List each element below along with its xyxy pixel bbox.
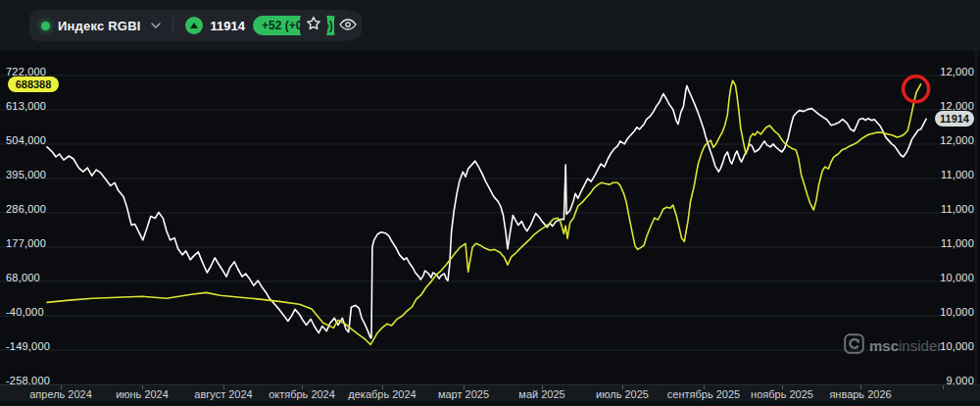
time-axis-label: март 2025 [438,388,489,400]
white-series-value-badge: 11914 [935,111,974,127]
watch-button[interactable] [334,12,362,39]
time-axis-label: октябрь 2024 [269,388,335,400]
bottom-strip [0,401,980,406]
up-triangle-icon [185,17,203,34]
left-axis-tick-label: -40,000 [6,306,44,318]
time-axis-label: август 2024 [194,388,252,400]
eye-icon [339,17,357,34]
time-axis-label: январь 2026 [829,388,891,400]
time-axis-label: сентябрь 2025 [667,388,740,400]
right-axis-tick-label: 10,000 [940,306,974,318]
chart-plot-area[interactable] [0,51,980,384]
left-axis-tick-label: 613,000 [6,100,46,112]
right-axis-tick-label: 12,000 [940,66,974,77]
mscinsider-logo-icon [844,333,864,358]
right-axis-tick-label: 11,000 [941,169,974,180]
time-axis-label: апрель 2024 [29,388,92,400]
divider [172,18,173,33]
yellow-series-value-badge: 688388 [8,76,59,92]
right-axis-tick-label: 10,000 [940,272,974,283]
watermark: mscinsider [844,333,942,358]
left-axis-tick-label: 286,000 [6,203,46,215]
time-axis-label: июнь 2024 [116,388,169,400]
chevron-down-icon [151,23,161,28]
toolbar: Индекс RGBI 11914 +52 (+0.44%) [0,0,980,52]
time-axis-tick [943,385,944,389]
time-axis-label: июль 2025 [596,388,649,400]
favorite-button[interactable] [300,12,327,39]
change-badge: +52 (+0.44%) [253,16,342,35]
left-axis-tick-label: -149,000 [6,340,50,352]
left-axis-tick-label: 68,000 [6,272,40,283]
time-axis-label: ноябрь 2025 [751,388,813,400]
right-axis-tick-label: 12,000 [940,134,974,146]
symbol-name: Индекс RGBI [58,19,141,33]
right-axis-tick-label: 11,000 [941,237,974,249]
watermark-text: mscinsider [869,337,942,354]
time-axis-label: декабрь 2024 [348,388,416,400]
right-axis-tick-label: 11,000 [941,203,974,215]
star-icon [306,16,321,35]
chart-app-window: Индекс RGBI 11914 +52 (+0.44%) 722,00061… [0,0,980,406]
time-axis-label: май 2025 [518,388,564,400]
live-status-dot [41,22,50,30]
symbol-last-value: 11914 [211,19,245,33]
right-axis-tick-label: 10,000 [940,340,974,352]
time-axis[interactable]: апрель 2024июнь 2024август 2024октябрь 2… [0,384,980,401]
left-axis-tick-label: 177,000 [6,237,46,249]
left-axis-tick-label: 395,000 [6,169,46,180]
left-axis-tick-label: 504,000 [6,134,46,146]
